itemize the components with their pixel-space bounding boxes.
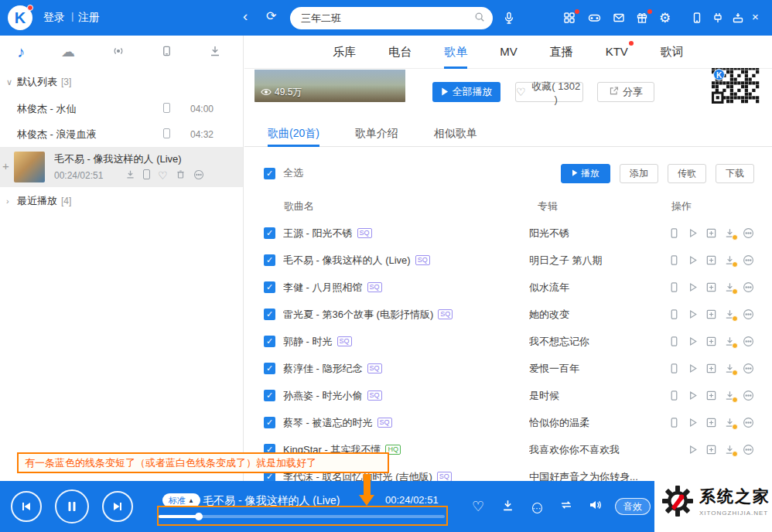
download-icon[interactable]	[724, 444, 736, 455]
heart-icon[interactable]: ♡	[158, 169, 168, 182]
device-status-icon[interactable]	[163, 128, 170, 141]
now-playing-item[interactable]: + 毛不易 - 像我这样的人 (Live) 00:24/02:51 ♡	[0, 147, 243, 187]
device-icon[interactable]	[668, 281, 680, 293]
play-icon[interactable]	[687, 363, 699, 374]
radio-icon[interactable]	[111, 45, 125, 60]
table-row[interactable]: 郭静 - 时光 SQ 我不想忘记你	[244, 328, 772, 355]
close-icon[interactable]: ×	[752, 10, 766, 24]
settings-gear-icon[interactable]: ⚙	[659, 12, 673, 26]
add-to-playlist-icon[interactable]	[705, 417, 717, 428]
trash-icon[interactable]	[176, 169, 186, 182]
add-to-playlist-icon[interactable]	[705, 309, 717, 320]
sidebar-track-row[interactable]: 林俊杰 - 水仙 04:00	[0, 96, 243, 121]
playlist-cover-image[interactable]: 49.5万	[254, 70, 405, 102]
add-to-playlist-icon[interactable]	[705, 254, 717, 266]
add-to-playlist-icon[interactable]	[705, 227, 717, 239]
search-box[interactable]	[290, 7, 493, 29]
phone-icon[interactable]	[691, 12, 705, 26]
main-nav-tab[interactable]: 歌词	[661, 36, 684, 69]
table-row[interactable]: 李健 - 八月照相馆 SQ 似水流年	[244, 274, 772, 301]
play-icon[interactable]	[687, 390, 699, 401]
default-list-header[interactable]: ∨ 默认列表 [3]	[0, 68, 243, 96]
gift-icon[interactable]	[636, 12, 650, 26]
main-nav-tab[interactable]: 直播	[550, 36, 573, 69]
game-icon[interactable]	[588, 12, 602, 26]
more-icon[interactable]	[743, 227, 754, 239]
volume-icon[interactable]	[588, 499, 603, 514]
device-tab-icon[interactable]	[161, 45, 173, 60]
more-icon[interactable]	[743, 444, 754, 455]
play-icon[interactable]	[687, 254, 699, 266]
download-selected-button[interactable]: 下载	[716, 164, 754, 183]
row-checkbox[interactable]	[264, 254, 275, 266]
row-checkbox[interactable]	[264, 336, 275, 347]
download-icon[interactable]	[500, 499, 515, 514]
download-tab-icon[interactable]	[209, 45, 221, 60]
row-checkbox[interactable]	[264, 417, 275, 428]
add-selected-button[interactable]: 添加	[620, 164, 658, 183]
play-icon[interactable]	[687, 417, 699, 428]
search-input[interactable]	[301, 12, 474, 24]
device-icon[interactable]	[668, 254, 680, 266]
main-nav-tab[interactable]: 乐库	[333, 36, 356, 69]
device-icon[interactable]	[668, 363, 680, 374]
favorite-button[interactable]: ♡ 收藏( 1302 )	[515, 82, 583, 102]
device-icon[interactable]	[668, 417, 680, 428]
plugin-icon[interactable]	[712, 12, 726, 26]
more-icon[interactable]	[743, 390, 754, 401]
pause-button[interactable]	[55, 489, 89, 523]
more-icon[interactable]	[743, 254, 754, 266]
play-icon[interactable]	[687, 281, 699, 293]
main-nav-tab[interactable]: 歌单	[444, 36, 467, 69]
back-icon[interactable]: ‹	[243, 8, 248, 25]
table-row[interactable]: 孙燕姿 - 时光小偷 SQ 是时候	[244, 382, 772, 409]
app-logo[interactable]: K	[8, 5, 32, 30]
play-icon[interactable]	[687, 336, 699, 347]
main-nav-tab[interactable]: KTV	[606, 36, 628, 69]
play-all-button[interactable]: 全部播放	[432, 82, 500, 102]
download-icon[interactable]	[724, 254, 736, 266]
play-icon[interactable]	[687, 227, 699, 239]
table-row[interactable]: 毛不易 - 像我这样的人 (Live) SQ 明日之子 第八期	[244, 247, 772, 274]
recent-list-header[interactable]: › 最近播放 [4]	[0, 187, 243, 215]
login-link[interactable]: 登录	[43, 11, 65, 25]
table-row[interactable]: 雷光夏 - 第36个故事 (电影抒情版) SQ 她的改变	[244, 301, 772, 328]
download-icon[interactable]	[724, 227, 736, 239]
previous-button[interactable]	[11, 491, 42, 522]
add-to-playlist-icon[interactable]	[705, 336, 717, 347]
more-icon[interactable]	[743, 309, 754, 320]
more-icon[interactable]	[743, 417, 754, 428]
device-icon[interactable]	[668, 227, 680, 239]
local-music-icon[interactable]: ♪	[17, 43, 25, 61]
table-row[interactable]: 王源 - 阳光不锈 SQ 阳光不锈	[244, 220, 772, 247]
row-checkbox[interactable]	[264, 390, 275, 401]
apps-grid-icon[interactable]	[563, 12, 577, 26]
main-nav-tab[interactable]: MV	[500, 36, 518, 69]
more-icon[interactable]	[743, 281, 754, 293]
download-icon[interactable]	[724, 417, 736, 428]
register-link[interactable]: 注册	[78, 11, 100, 25]
next-button[interactable]	[102, 491, 133, 522]
play-mode-icon[interactable]	[559, 499, 574, 514]
playlist-tab[interactable]: 歌单介绍	[355, 121, 398, 146]
add-to-playlist-icon[interactable]	[705, 363, 717, 374]
now-playing-thumbnail[interactable]	[14, 152, 45, 182]
sidebar-track-row[interactable]: 林俊杰 - 浪漫血液 04:32	[0, 121, 243, 147]
playlist-tab[interactable]: 歌曲(20首)	[268, 121, 319, 146]
device-icon[interactable]	[668, 309, 680, 320]
cloud-icon[interactable]: ☁	[61, 43, 75, 60]
add-to-playlist-icon[interactable]	[705, 281, 717, 293]
download-icon[interactable]	[724, 309, 736, 320]
transfer-selected-button[interactable]: 传歌	[668, 164, 706, 183]
more-icon[interactable]	[743, 363, 754, 374]
table-row[interactable]: 蔡琴 - 被遗忘的时光 SQ 恰似你的温柔	[244, 409, 772, 436]
play-icon[interactable]	[687, 309, 699, 320]
refresh-icon[interactable]: ⟳	[266, 9, 276, 23]
device-status-icon[interactable]	[163, 103, 170, 115]
download-icon[interactable]	[724, 363, 736, 374]
playlist-tab[interactable]: 相似歌单	[434, 121, 477, 146]
table-row[interactable]: 蔡淳佳 - 隐形纪念 SQ 爱恨一百年	[244, 355, 772, 382]
add-to-playlist-icon[interactable]	[705, 390, 717, 401]
heart-icon[interactable]: ♡	[470, 499, 486, 514]
play-selected-button[interactable]: 播放	[561, 164, 610, 183]
